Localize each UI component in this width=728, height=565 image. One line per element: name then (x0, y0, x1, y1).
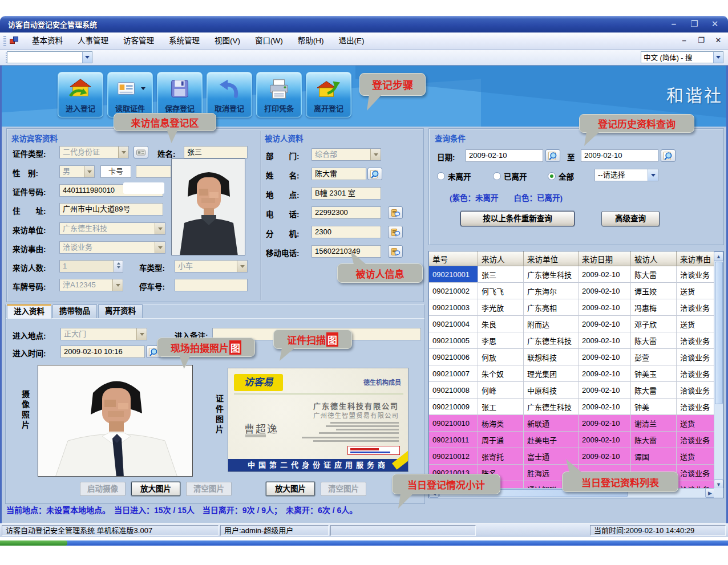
start-camera-button[interactable]: 启动摄像 (80, 482, 126, 496)
table-row[interactable]: 090210002何飞飞广东海尔2009-02-10谭玉姣送货 (429, 283, 723, 299)
table-cell[interactable]: 洽谈业务 (677, 365, 715, 382)
search-person-button[interactable] (367, 168, 382, 180)
table-cell[interactable]: 2009-02-10 (579, 283, 631, 299)
table-cell[interactable]: 2009-02-10 (579, 365, 631, 382)
plate-combo[interactable]: 津A12345 (59, 279, 123, 291)
date-from-picker-button[interactable] (545, 149, 560, 162)
table-row[interactable]: 090210011周于通赴美电子2009-02-10陈大雷洽谈业务 (429, 432, 723, 448)
chevron-down-icon[interactable] (713, 52, 723, 63)
table-cell[interactable]: 2009-02-10 (579, 382, 631, 399)
chevron-down-icon[interactable] (155, 242, 165, 253)
table-cell[interactable]: 洽谈业务 (677, 465, 715, 481)
parking-field[interactable] (175, 279, 248, 291)
table-cell[interactable]: 广东德生科技 (524, 332, 579, 349)
column-header-6[interactable]: 来访事由 (677, 251, 715, 266)
date-to-picker-button[interactable] (661, 149, 676, 162)
mdi-restore-icon[interactable]: ❐ (696, 36, 706, 44)
visited-name-field[interactable]: 陈大雷 (312, 168, 366, 180)
scrollbar-thumb[interactable] (715, 262, 723, 404)
table-cell[interactable]: 朱良 (478, 316, 524, 332)
filter-select-combo[interactable]: --请选择 (594, 169, 658, 181)
table-cell[interactable]: 彭萱 (631, 349, 677, 365)
table-row[interactable]: 090210004朱良附而达2009-02-10邓子欣送货 (429, 316, 723, 332)
table-cell[interactable]: 陈大雷 (631, 332, 677, 349)
read-id-card-button[interactable]: 读取证件 (107, 72, 153, 117)
table-row[interactable]: 090210010杨海类新联通2009-02-10谢清兰送货 (429, 415, 723, 432)
table-cell[interactable]: 何峰 (478, 382, 524, 399)
table-cell[interactable]: 陈大雷 (631, 382, 677, 399)
table-cell[interactable]: 广东德生科技 (524, 399, 579, 415)
tab-leave-info[interactable]: 离开资料 (98, 304, 143, 318)
menu-item-5[interactable]: 视图(V) (207, 34, 248, 48)
table-cell[interactable]: 广东德生科技 (524, 266, 579, 283)
save-button[interactable]: 保存登记 (157, 72, 203, 117)
table-cell[interactable]: 广东海尔 (524, 283, 579, 299)
leave-registration-button[interactable]: 离开登记 (306, 72, 351, 117)
table-cell[interactable]: 送货 (677, 283, 715, 299)
tab-carried-items[interactable]: 携带物品 (52, 304, 97, 318)
table-cell[interactable]: 中原科技 (524, 382, 579, 399)
id-type-combo[interactable]: 二代身份证 (59, 146, 129, 158)
requery-button[interactable]: 按以上条件重新查询 (460, 211, 575, 226)
chevron-down-icon[interactable] (648, 169, 658, 181)
menu-item-1[interactable]: 基本资料 (25, 34, 70, 48)
start-button[interactable] (0, 540, 67, 546)
table-cell[interactable]: 谢清兰 (631, 415, 677, 432)
radio-not-left[interactable]: 未离开 (437, 170, 471, 182)
table-cell[interactable]: 洽谈业务 (677, 432, 715, 448)
menu-item-7[interactable]: 帮助(H) (290, 34, 331, 48)
table-cell[interactable]: 洽谈业务 (677, 382, 715, 399)
card-no-field[interactable] (136, 165, 171, 178)
enlarge-scan-button[interactable]: 放大图片 (266, 482, 315, 496)
table-cell[interactable]: 090210001 (429, 266, 478, 283)
undo-button[interactable]: 取消登记 (207, 72, 252, 117)
table-cell[interactable]: 广东亮相 (524, 299, 579, 316)
vehicle-type-combo[interactable]: 小车 (175, 260, 248, 273)
table-cell[interactable]: 李思 (478, 332, 524, 349)
card-reader-button[interactable] (134, 146, 148, 158)
table-row[interactable]: 090210009张工广东德生科技2009-02-10钟美洽谈业务 (429, 399, 723, 415)
table-cell[interactable]: 090210006 (429, 349, 478, 365)
chevron-down-icon[interactable] (82, 52, 92, 63)
table-cell[interactable]: 洽谈业务 (677, 332, 715, 349)
quick-select-combo[interactable] (7, 51, 92, 63)
menu-item-8[interactable]: 退出(E) (331, 34, 371, 48)
table-cell[interactable]: 090210007 (429, 365, 478, 382)
table-cell[interactable]: 理光集团 (524, 365, 579, 382)
table-cell[interactable]: 090210012 (429, 448, 478, 465)
menu-item-4[interactable]: 系统管理 (161, 34, 207, 48)
table-cell[interactable]: 富士通 (524, 448, 579, 465)
table-cell[interactable]: 送货 (677, 415, 715, 432)
table-cell[interactable]: 洽谈业务 (677, 299, 715, 316)
restore-icon[interactable]: ❐ (687, 18, 702, 30)
table-cell[interactable]: 陈大雷 (631, 266, 677, 283)
clear-scan-button[interactable]: 清空图片 (321, 482, 366, 496)
column-header-2[interactable]: 来访人 (478, 251, 524, 266)
table-cell[interactable]: 附而达 (524, 316, 579, 332)
language-bar-combo[interactable]: 中文 (简体) - 搜 (641, 51, 723, 63)
table-cell[interactable]: 送货 (677, 448, 715, 465)
table-cell[interactable]: 周于通 (478, 432, 524, 448)
quantity-stepper[interactable] (114, 260, 123, 273)
entry-place-combo[interactable]: 正大门 (60, 328, 147, 340)
table-cell[interactable]: 张工 (478, 399, 524, 415)
date-to-field[interactable]: 2009-02-10 (581, 149, 658, 162)
date-from-field[interactable]: 2009-02-10 (466, 149, 543, 162)
location-field[interactable]: B幢 2301 室 (312, 187, 381, 200)
table-cell[interactable]: 钟美玉 (631, 365, 677, 382)
table-cell[interactable]: 090210008 (429, 382, 478, 399)
table-cell[interactable]: 090210009 (429, 399, 478, 415)
table-cell[interactable]: 钟美 (631, 399, 677, 415)
radio-left[interactable]: 已离开 (493, 170, 527, 182)
notify-mobile-button[interactable] (388, 245, 403, 258)
table-cell[interactable]: 新联通 (524, 415, 579, 432)
chevron-down-icon[interactable] (155, 223, 165, 234)
entry-time-field[interactable]: 2009-02-10 10:16 (60, 345, 145, 358)
menu-item-2[interactable]: 人事管理 (70, 34, 116, 48)
mdi-close-icon[interactable]: ✕ (713, 36, 723, 44)
table-cell[interactable]: 2009-02-10 (579, 448, 631, 465)
tab-entry-info[interactable]: 进入资料 (7, 304, 51, 319)
advanced-query-button[interactable]: 高级查询 (601, 211, 660, 226)
radio-all[interactable]: 全部 (548, 170, 574, 182)
table-cell[interactable]: 张寄托 (478, 448, 524, 465)
